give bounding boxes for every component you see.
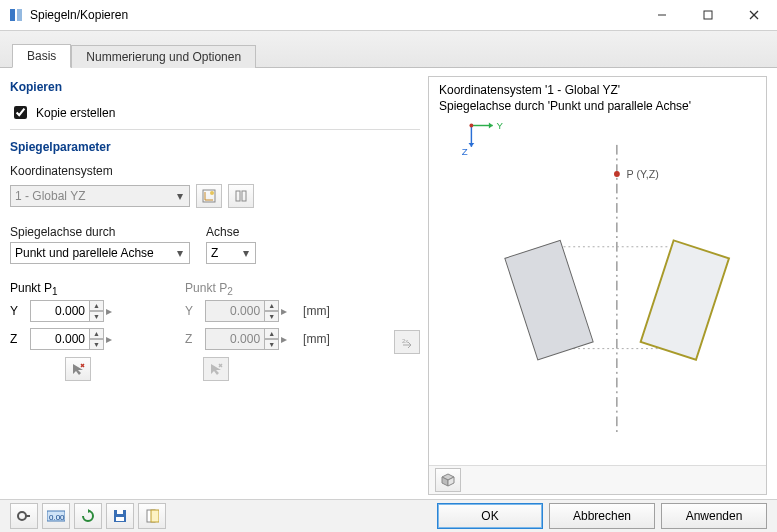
svg-text:P (Y,Z): P (Y,Z) (627, 168, 659, 180)
footer-tool-icons: 0.00 (10, 503, 166, 529)
create-copy-checkbox[interactable] (14, 106, 27, 119)
swap-icon: 2x (400, 335, 414, 349)
p1-y-spinner[interactable]: ▲▼ ▸ (30, 300, 118, 322)
svg-marker-20 (489, 123, 493, 129)
svg-rect-31 (505, 240, 593, 359)
copy-row: Kopie erstellen (10, 103, 420, 122)
svg-rect-45 (151, 510, 159, 522)
svg-rect-32 (641, 240, 729, 359)
spin-down-icon: ▼ (265, 339, 279, 350)
spin-up-icon[interactable]: ▲ (90, 328, 104, 339)
title-bar: Spiegeln/Kopieren (0, 0, 777, 31)
pick-cursor-icon (209, 362, 223, 376)
save-button[interactable] (106, 503, 134, 529)
step-icon: ▸ (106, 304, 118, 318)
svg-rect-10 (236, 191, 240, 201)
section-params-title: Spiegelparameter (10, 140, 420, 154)
tab-basis[interactable]: Basis (12, 44, 71, 68)
unit-label: [mm] (303, 304, 330, 318)
axis-label: Achse (206, 225, 256, 239)
create-copy-label: Kopie erstellen (36, 106, 115, 120)
tab-options[interactable]: Nummerierung und Optionen (71, 45, 256, 68)
p2-y-input (205, 300, 265, 322)
manage-coord-systems-button[interactable] (228, 184, 254, 208)
manage-coord-icon (234, 189, 248, 203)
step-icon: ▸ (281, 332, 293, 346)
new-coord-system-button[interactable] (196, 184, 222, 208)
pick-point-p1-button[interactable] (65, 357, 91, 381)
chevron-down-icon: ▾ (239, 246, 253, 260)
spin-down-icon[interactable]: ▼ (90, 339, 104, 350)
p1-y-input[interactable] (30, 300, 90, 322)
p2-z-input (205, 328, 265, 350)
point-p1-label: Punkt P1 (10, 281, 145, 297)
report-icon (145, 509, 159, 523)
p1-z-input[interactable] (30, 328, 90, 350)
svg-text:0.00: 0.00 (49, 513, 65, 522)
dialog-window: Spiegeln/Kopieren Basis Nummerierung und… (0, 0, 777, 532)
left-panel: Kopieren Kopie erstellen Spiegelparamete… (10, 76, 420, 495)
preview-panel: Koordinatensystem '1 - Global YZ' Spiege… (428, 76, 767, 495)
svg-rect-3 (704, 11, 712, 19)
point-p2-label: Punkt P2 (185, 281, 354, 297)
p1-z-label: Z (10, 332, 24, 346)
ok-button[interactable]: OK (437, 503, 543, 529)
preview-scene: Koordinatensystem '1 - Global YZ' Spiege… (429, 77, 766, 465)
svg-point-27 (614, 171, 620, 177)
help-button[interactable] (10, 503, 38, 529)
p1-z-spinner[interactable]: ▲▼ ▸ (30, 328, 118, 350)
chevron-down-icon: ▾ (173, 189, 187, 203)
svg-point-9 (210, 191, 214, 195)
p2-y-label: Y (185, 304, 199, 318)
mirror-axis-through-label: Spiegelachse durch (10, 225, 190, 239)
key-icon (17, 509, 31, 523)
svg-rect-42 (116, 517, 124, 521)
new-coord-icon (202, 189, 216, 203)
svg-rect-1 (17, 9, 22, 21)
save-icon (113, 509, 127, 523)
close-button[interactable] (731, 0, 777, 30)
apply-button[interactable]: Anwenden (661, 503, 767, 529)
axis-select[interactable]: Z ▾ (206, 242, 256, 264)
coord-system-label: Koordinatensystem (10, 164, 420, 178)
svg-marker-23 (468, 143, 474, 147)
p2-z-spinner: ▲▼ ▸ (205, 328, 293, 350)
refresh-icon (81, 509, 95, 523)
units-icon: 0.00 (47, 509, 65, 523)
svg-text:Y: Y (497, 120, 504, 131)
svg-text:2x: 2x (402, 338, 408, 344)
section-copy-title: Kopieren (10, 80, 420, 94)
refresh-button[interactable] (74, 503, 102, 529)
coord-system-select: 1 - Global YZ ▾ (10, 185, 190, 207)
svg-text:Z: Z (462, 146, 468, 157)
window-title: Spiegeln/Kopieren (30, 8, 639, 22)
mirror-axis-through-select[interactable]: Punkt und parellele Achse ▾ (10, 242, 190, 264)
minimize-button[interactable] (639, 0, 685, 30)
maximize-button[interactable] (685, 0, 731, 30)
cube-icon (441, 473, 455, 487)
coord-system-row: 1 - Global YZ ▾ (10, 184, 420, 208)
svg-rect-11 (242, 191, 246, 201)
spin-up-icon: ▲ (265, 300, 279, 311)
svg-point-25 (469, 124, 473, 128)
p2-z-label: Z (185, 332, 199, 346)
toggle-view-button[interactable] (435, 468, 461, 492)
tab-strip: Basis Nummerierung und Optionen (0, 31, 777, 68)
content-area: Kopieren Kopie erstellen Spiegelparamete… (0, 68, 777, 499)
preview-toolbar (429, 465, 766, 494)
step-icon: ▸ (281, 304, 293, 318)
spin-down-icon: ▼ (265, 311, 279, 322)
spin-up-icon[interactable]: ▲ (90, 300, 104, 311)
spin-up-icon: ▲ (265, 328, 279, 339)
footer-bar: 0.00 OK Abbrechen Anwenden (0, 499, 777, 532)
cancel-button[interactable]: Abbrechen (549, 503, 655, 529)
report-button[interactable] (138, 503, 166, 529)
p2-y-spinner: ▲▼ ▸ (205, 300, 293, 322)
step-icon: ▸ (106, 332, 118, 346)
pick-point-p2-button (203, 357, 229, 381)
swap-points-button: 2x (394, 330, 420, 354)
spin-down-icon[interactable]: ▼ (90, 311, 104, 322)
app-icon (8, 7, 24, 23)
svg-rect-43 (117, 510, 123, 514)
units-button[interactable]: 0.00 (42, 503, 70, 529)
